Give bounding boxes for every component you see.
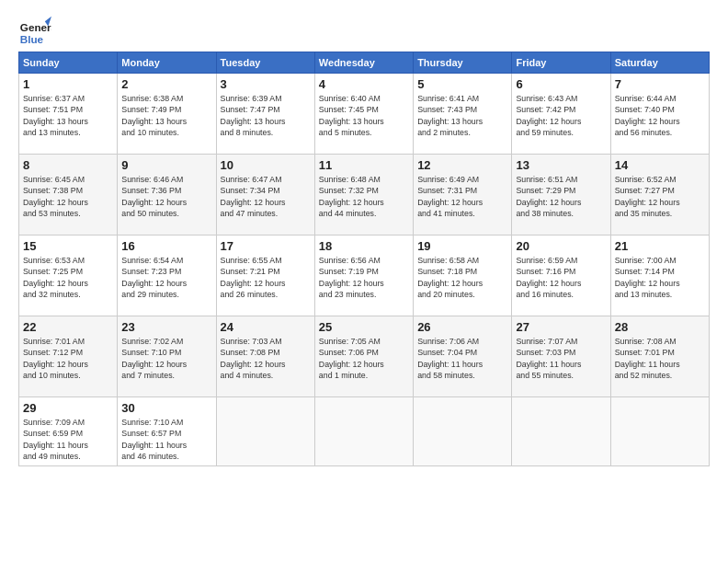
day-number: 4 bbox=[319, 77, 409, 91]
calendar-cell: 7Sunrise: 6:44 AMSunset: 7:40 PMDaylight… bbox=[610, 74, 709, 155]
day-detail: Sunrise: 7:02 AMSunset: 7:10 PMDaylight:… bbox=[121, 336, 211, 381]
day-number: 21 bbox=[615, 239, 705, 253]
calendar-cell: 26Sunrise: 7:06 AMSunset: 7:04 PMDayligh… bbox=[414, 316, 512, 397]
weekday-header-saturday: Saturday bbox=[610, 52, 709, 74]
calendar-cell: 14Sunrise: 6:52 AMSunset: 7:27 PMDayligh… bbox=[610, 155, 709, 236]
day-detail: Sunrise: 7:07 AMSunset: 7:03 PMDaylight:… bbox=[516, 336, 606, 381]
day-number: 14 bbox=[615, 158, 705, 172]
day-detail: Sunrise: 6:53 AMSunset: 7:25 PMDaylight:… bbox=[23, 255, 113, 300]
day-detail: Sunrise: 6:44 AMSunset: 7:40 PMDaylight:… bbox=[615, 93, 705, 138]
day-number: 5 bbox=[417, 77, 507, 91]
weekday-header-wednesday: Wednesday bbox=[314, 52, 413, 74]
weekday-header-thursday: Thursday bbox=[414, 52, 512, 74]
day-number: 12 bbox=[417, 158, 507, 172]
day-detail: Sunrise: 6:56 AMSunset: 7:19 PMDaylight:… bbox=[319, 255, 409, 300]
day-number: 26 bbox=[417, 320, 507, 334]
calendar-cell: 2Sunrise: 6:38 AMSunset: 7:49 PMDaylight… bbox=[118, 74, 216, 155]
calendar-cell: 30Sunrise: 7:10 AMSunset: 6:57 PMDayligh… bbox=[118, 397, 216, 466]
day-number: 22 bbox=[23, 320, 113, 334]
day-detail: Sunrise: 6:37 AMSunset: 7:51 PMDaylight:… bbox=[23, 93, 113, 138]
day-detail: Sunrise: 7:09 AMSunset: 6:59 PMDaylight:… bbox=[23, 417, 113, 462]
calendar-cell: 9Sunrise: 6:46 AMSunset: 7:36 PMDaylight… bbox=[118, 155, 216, 236]
calendar-cell: 27Sunrise: 7:07 AMSunset: 7:03 PMDayligh… bbox=[512, 316, 610, 397]
day-number: 13 bbox=[516, 158, 606, 172]
day-detail: Sunrise: 6:46 AMSunset: 7:36 PMDaylight:… bbox=[121, 174, 211, 219]
day-number: 9 bbox=[121, 158, 211, 172]
calendar-cell: 4Sunrise: 6:40 AMSunset: 7:45 PMDaylight… bbox=[314, 74, 413, 155]
day-detail: Sunrise: 6:47 AMSunset: 7:34 PMDaylight:… bbox=[221, 174, 311, 219]
calendar-cell: 11Sunrise: 6:48 AMSunset: 7:32 PMDayligh… bbox=[314, 155, 413, 236]
day-detail: Sunrise: 6:41 AMSunset: 7:43 PMDaylight:… bbox=[417, 93, 507, 138]
day-number: 27 bbox=[516, 320, 606, 334]
calendar-cell bbox=[414, 397, 512, 466]
day-detail: Sunrise: 7:01 AMSunset: 7:12 PMDaylight:… bbox=[23, 336, 113, 381]
calendar-cell: 24Sunrise: 7:03 AMSunset: 7:08 PMDayligh… bbox=[216, 316, 314, 397]
calendar-cell bbox=[216, 397, 314, 466]
calendar-cell: 3Sunrise: 6:39 AMSunset: 7:47 PMDaylight… bbox=[216, 74, 314, 155]
day-detail: Sunrise: 7:08 AMSunset: 7:01 PMDaylight:… bbox=[615, 336, 705, 381]
header: General Blue bbox=[18, 15, 710, 48]
day-detail: Sunrise: 7:05 AMSunset: 7:06 PMDaylight:… bbox=[319, 336, 409, 381]
day-detail: Sunrise: 6:51 AMSunset: 7:29 PMDaylight:… bbox=[516, 174, 606, 219]
day-number: 2 bbox=[121, 77, 211, 91]
day-detail: Sunrise: 6:38 AMSunset: 7:49 PMDaylight:… bbox=[121, 93, 211, 138]
day-number: 23 bbox=[121, 320, 211, 334]
weekday-header-friday: Friday bbox=[512, 52, 610, 74]
day-number: 7 bbox=[615, 77, 705, 91]
calendar-cell: 6Sunrise: 6:43 AMSunset: 7:42 PMDaylight… bbox=[512, 74, 610, 155]
calendar-cell: 13Sunrise: 6:51 AMSunset: 7:29 PMDayligh… bbox=[512, 155, 610, 236]
calendar-cell: 23Sunrise: 7:02 AMSunset: 7:10 PMDayligh… bbox=[118, 316, 216, 397]
calendar-cell: 19Sunrise: 6:58 AMSunset: 7:18 PMDayligh… bbox=[414, 236, 512, 316]
day-number: 17 bbox=[221, 239, 311, 253]
day-detail: Sunrise: 6:48 AMSunset: 7:32 PMDaylight:… bbox=[319, 174, 409, 219]
day-number: 15 bbox=[23, 239, 113, 253]
logo-icon: General Blue bbox=[18, 15, 51, 48]
calendar-cell: 15Sunrise: 6:53 AMSunset: 7:25 PMDayligh… bbox=[19, 236, 118, 316]
day-number: 25 bbox=[319, 320, 409, 334]
weekday-header-tuesday: Tuesday bbox=[216, 52, 314, 74]
day-detail: Sunrise: 7:10 AMSunset: 6:57 PMDaylight:… bbox=[121, 417, 211, 462]
calendar-cell: 1Sunrise: 6:37 AMSunset: 7:51 PMDaylight… bbox=[19, 74, 118, 155]
calendar-table: SundayMondayTuesdayWednesdayThursdayFrid… bbox=[18, 52, 710, 466]
calendar-cell bbox=[314, 397, 413, 466]
day-detail: Sunrise: 6:59 AMSunset: 7:16 PMDaylight:… bbox=[516, 255, 606, 300]
day-number: 3 bbox=[221, 77, 311, 91]
day-number: 10 bbox=[221, 158, 311, 172]
calendar-cell: 20Sunrise: 6:59 AMSunset: 7:16 PMDayligh… bbox=[512, 236, 610, 316]
day-number: 30 bbox=[121, 401, 211, 415]
day-number: 18 bbox=[319, 239, 409, 253]
logo: General Blue bbox=[18, 15, 51, 48]
day-number: 29 bbox=[23, 401, 113, 415]
page-container: General Blue SundayMondayTuesdayWednesda… bbox=[0, 0, 728, 476]
calendar-cell bbox=[610, 397, 709, 466]
day-detail: Sunrise: 6:45 AMSunset: 7:38 PMDaylight:… bbox=[23, 174, 113, 219]
day-detail: Sunrise: 6:55 AMSunset: 7:21 PMDaylight:… bbox=[221, 255, 311, 300]
weekday-header-sunday: Sunday bbox=[19, 52, 118, 74]
day-number: 8 bbox=[23, 158, 113, 172]
calendar-cell bbox=[512, 397, 610, 466]
day-number: 11 bbox=[319, 158, 409, 172]
calendar-cell: 8Sunrise: 6:45 AMSunset: 7:38 PMDaylight… bbox=[19, 155, 118, 236]
calendar-cell: 5Sunrise: 6:41 AMSunset: 7:43 PMDaylight… bbox=[414, 74, 512, 155]
day-number: 1 bbox=[23, 77, 113, 91]
day-detail: Sunrise: 7:06 AMSunset: 7:04 PMDaylight:… bbox=[417, 336, 507, 381]
calendar-cell: 17Sunrise: 6:55 AMSunset: 7:21 PMDayligh… bbox=[216, 236, 314, 316]
calendar-cell: 25Sunrise: 7:05 AMSunset: 7:06 PMDayligh… bbox=[314, 316, 413, 397]
day-number: 6 bbox=[516, 77, 606, 91]
svg-text:Blue: Blue bbox=[20, 33, 44, 45]
day-detail: Sunrise: 7:03 AMSunset: 7:08 PMDaylight:… bbox=[221, 336, 311, 381]
day-detail: Sunrise: 6:58 AMSunset: 7:18 PMDaylight:… bbox=[417, 255, 507, 300]
weekday-header-monday: Monday bbox=[118, 52, 216, 74]
day-detail: Sunrise: 6:43 AMSunset: 7:42 PMDaylight:… bbox=[516, 93, 606, 138]
calendar-cell: 22Sunrise: 7:01 AMSunset: 7:12 PMDayligh… bbox=[19, 316, 118, 397]
day-detail: Sunrise: 7:00 AMSunset: 7:14 PMDaylight:… bbox=[615, 255, 705, 300]
day-number: 16 bbox=[121, 239, 211, 253]
day-number: 24 bbox=[221, 320, 311, 334]
calendar-cell: 28Sunrise: 7:08 AMSunset: 7:01 PMDayligh… bbox=[610, 316, 709, 397]
calendar-cell: 16Sunrise: 6:54 AMSunset: 7:23 PMDayligh… bbox=[118, 236, 216, 316]
day-number: 19 bbox=[417, 239, 507, 253]
day-number: 20 bbox=[516, 239, 606, 253]
calendar-cell: 12Sunrise: 6:49 AMSunset: 7:31 PMDayligh… bbox=[414, 155, 512, 236]
calendar-cell: 10Sunrise: 6:47 AMSunset: 7:34 PMDayligh… bbox=[216, 155, 314, 236]
day-detail: Sunrise: 6:52 AMSunset: 7:27 PMDaylight:… bbox=[615, 174, 705, 219]
